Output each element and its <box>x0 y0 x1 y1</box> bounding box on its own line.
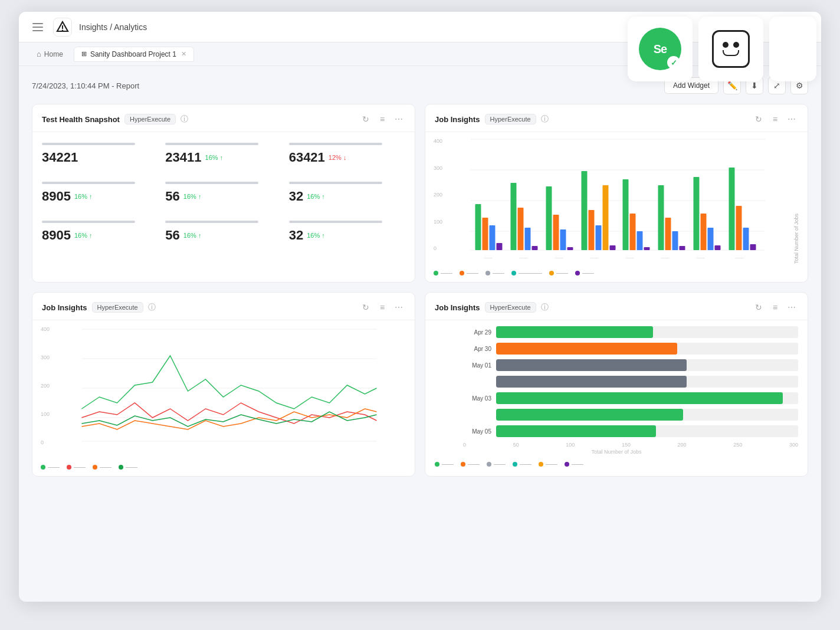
svg-rect-25 <box>623 179 629 250</box>
hbar-track-may01b <box>496 376 798 388</box>
hbar-legend-3-label: —— <box>494 461 506 467</box>
svg-rect-16 <box>546 186 552 250</box>
hbar-legend-6-label: —— <box>572 461 583 467</box>
metric-5-value: 56 16% ↑ <box>165 189 281 204</box>
svg-text:——: —— <box>626 255 634 260</box>
test-health-more[interactable]: ⋯ <box>392 113 405 126</box>
job-insights-bar-refresh[interactable]: ↻ <box>752 113 765 126</box>
hbar-legend-2-label: —— <box>468 461 480 467</box>
hbar-legend: —— —— —— —— <box>435 461 798 467</box>
y-200: 200 <box>434 192 442 198</box>
job-insights-hbar-refresh[interactable]: ↻ <box>752 301 765 314</box>
line-chart-legend: —— —— —— —— <box>41 464 406 470</box>
hbar-label-may01: May 01 <box>463 362 491 369</box>
metric-4: 8905 16% ↑ <box>42 176 158 208</box>
svg-rect-24 <box>610 245 616 250</box>
robot-eye-right <box>733 42 739 48</box>
job-insights-bar-widget: Job Insights HyperExecute ⓘ ↻ ≡ ⋯ 400 <box>425 104 808 283</box>
legend-completed-dot <box>434 271 438 275</box>
svg-rect-38 <box>736 206 742 250</box>
job-insights-hbar-filter[interactable]: ≡ <box>769 301 782 314</box>
app-window: Se ✓ Insights / Anal <box>19 12 821 602</box>
x-0: 0 <box>463 442 466 448</box>
hbar-label-may03: May 03 <box>463 395 491 402</box>
metric-2-value: 23411 16% ↑ <box>165 150 281 165</box>
hbar-track-may05 <box>496 425 798 437</box>
x-150: 150 <box>622 442 631 448</box>
svg-rect-31 <box>672 231 678 250</box>
job-insights-line-info-icon[interactable]: ⓘ <box>148 302 156 313</box>
svg-rect-23 <box>603 185 609 250</box>
home-tab[interactable]: ⌂ Home <box>29 47 70 61</box>
hbar-row-apr30: Apr 30 <box>463 343 798 355</box>
job-insights-line-refresh[interactable]: ↻ <box>359 301 372 314</box>
svg-rect-15 <box>532 246 538 250</box>
robot-icon-card <box>698 17 763 81</box>
stacked-chart: —— —— —— —— —— —— —— —— <box>445 138 791 264</box>
metric-6-change: 16% ↑ <box>307 193 325 200</box>
svg-rect-17 <box>553 215 559 250</box>
metric-2-change: 16% ↑ <box>205 154 224 161</box>
legend-completed-label: —— <box>441 270 452 276</box>
test-health-refresh[interactable]: ↻ <box>359 113 372 126</box>
metric-6: 32 16% ↑ <box>289 176 405 208</box>
legend-yellow-label: —— <box>556 270 568 276</box>
job-insights-bar-header: Job Insights HyperExecute ⓘ ↻ ≡ ⋯ <box>425 104 808 132</box>
test-health-info-icon[interactable]: ⓘ <box>181 114 188 124</box>
job-insights-line-filter[interactable]: ≡ <box>376 301 389 314</box>
legend-yellow: —— <box>549 270 568 276</box>
job-insights-bar-chart-area: 400 300 200 100 0 <box>425 132 808 282</box>
metric-3-bar <box>289 143 382 145</box>
svg-rect-13 <box>518 208 524 250</box>
test-health-header: Test Health Snapshot HyperExecute ⓘ ↻ ≡ … <box>32 104 415 132</box>
widgets-grid: Test Health Snapshot HyperExecute ⓘ ↻ ≡ … <box>32 104 808 477</box>
job-insights-bar-filter[interactable]: ≡ <box>769 113 782 126</box>
job-insights-line-more[interactable]: ⋯ <box>392 301 405 314</box>
x-250: 250 <box>733 442 742 448</box>
svg-rect-40 <box>750 244 756 250</box>
job-insights-hbar-more[interactable]: ⋯ <box>785 301 798 314</box>
line-y-axis: 400 300 200 100 0 <box>41 326 50 456</box>
hbar-row-may05: May 05 <box>463 425 798 437</box>
job-insights-hbar-info-icon[interactable]: ⓘ <box>541 302 549 313</box>
svg-rect-9 <box>483 218 488 250</box>
tab-close-button[interactable]: ✕ <box>181 50 186 58</box>
metric-5-change: 16% ↑ <box>183 193 202 200</box>
line-legend-2-label: —— <box>74 464 86 470</box>
y-axis-label-bar: Total Number of Jobs <box>793 138 799 264</box>
metric-5: 56 16% ↑ <box>165 176 281 208</box>
job-insights-bar-more[interactable]: ⋯ <box>785 113 798 126</box>
legend-purple-label: —— <box>582 270 594 276</box>
svg-text:——: —— <box>520 255 528 260</box>
corner-icons: Se ✓ <box>628 17 816 81</box>
job-insights-hbar-title-group: Job Insights HyperExecute ⓘ <box>435 302 549 313</box>
svg-rect-14 <box>525 228 531 250</box>
svg-text:——: —— <box>736 255 744 260</box>
hbar-fill-may05 <box>496 425 656 437</box>
hbar-fill-may03a <box>496 392 783 404</box>
empty-icon-card <box>769 17 816 81</box>
svg-rect-12 <box>511 183 517 250</box>
test-health-filter[interactable]: ≡ <box>376 113 389 126</box>
test-health-widget: Test Health Snapshot HyperExecute ⓘ ↻ ≡ … <box>32 104 415 283</box>
line-chart-area: 400 300 200 100 0 <box>32 320 415 476</box>
metric-8-value: 56 16% ↑ <box>165 228 281 243</box>
line-legend-4-dot <box>119 465 123 470</box>
job-insights-bar-info-icon[interactable]: ⓘ <box>541 114 549 124</box>
menu-button[interactable] <box>29 19 46 35</box>
hbar-row-apr29: Apr 29 <box>463 326 798 338</box>
svg-rect-37 <box>729 168 735 250</box>
svg-point-2 <box>62 29 63 31</box>
svg-rect-28 <box>644 247 650 250</box>
metric-5-bar <box>165 182 258 184</box>
job-insights-line-header: Job Insights HyperExecute ⓘ ↻ ≡ ⋯ <box>32 293 415 320</box>
hbar-row-may03b <box>463 409 798 421</box>
line-legend-1-dot <box>41 465 45 470</box>
svg-rect-26 <box>630 214 636 250</box>
dashboard-tab[interactable]: ⊞ Sanity Dashboard Project 1 ✕ <box>74 47 194 62</box>
line-dark-green <box>82 412 377 426</box>
svg-rect-11 <box>497 243 503 250</box>
hbar-track-may03a <box>496 392 798 404</box>
hbar-legend-1: —— <box>435 461 454 467</box>
svg-rect-22 <box>596 225 602 250</box>
